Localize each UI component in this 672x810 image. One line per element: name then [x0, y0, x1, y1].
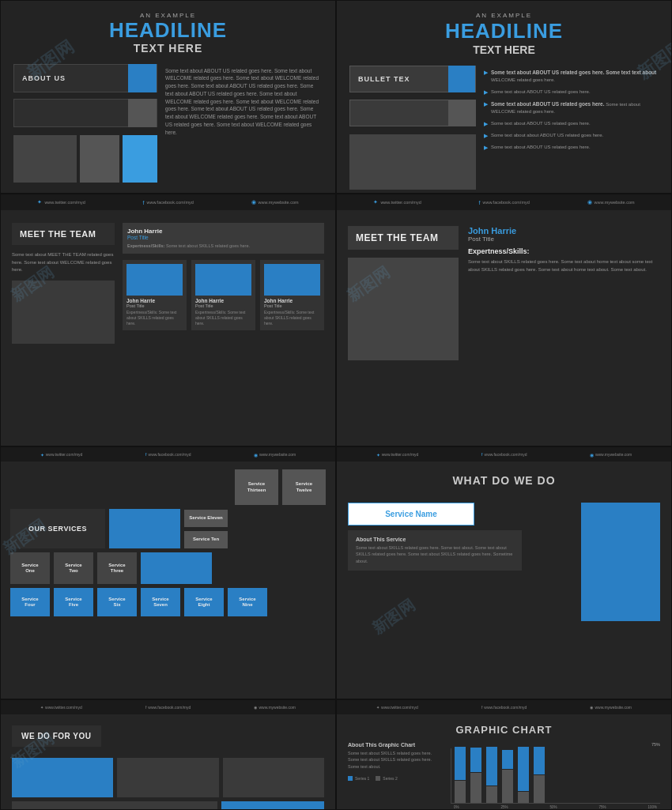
- slide2-an-example: AN EXAMPLE: [353, 12, 655, 19]
- slide5-topbar-twitter-text: www.twitter.com/myd: [46, 452, 83, 457]
- slide8-topbar: ✦ www.twitter.com/myd f www.facebook.com…: [337, 700, 671, 714]
- slide7-placeholder-row: [12, 758, 324, 797]
- slide7-topbar-twitter: ✦ www.twitter.com/myd: [40, 705, 82, 710]
- legend-dot-gray: [376, 776, 380, 781]
- services-col-right: Service Eleven Service Ten: [184, 510, 228, 548]
- legend-gray: Series 2: [376, 776, 397, 781]
- featured-role: Post Title: [127, 235, 319, 240]
- slide7-topbar-facebook-text: www.facebook.com/myd: [148, 705, 191, 710]
- bullet-text-4: Some text about ABOUT US related goes he…: [491, 120, 591, 127]
- about-service-text: Some text about SKILLS related goes here…: [356, 544, 514, 564]
- chart-area: About This Graphic Chart Some text about…: [337, 742, 671, 805]
- bullet-item-3: ▶ Some text about ABOUT US related goes …: [484, 100, 659, 115]
- slide6-blue-block: [581, 503, 660, 621]
- about-us-label: ABOUT US: [14, 74, 128, 82]
- chart-x-labels: 0% 25% 50% 75% 100%: [451, 805, 660, 809]
- slide2-left: BULLET TEX: [349, 66, 476, 190]
- bullet-text-3: Some text about ABOUT US related goes he…: [491, 100, 659, 115]
- service-one: ServiceOne: [10, 552, 50, 584]
- x-label-25: 25%: [500, 805, 508, 809]
- bar-blue-5: [518, 747, 529, 791]
- what-title: WHAT DO WE DO: [348, 474, 660, 487]
- slide6-facebook-icon: f: [481, 452, 483, 457]
- team-name-3: John Harrie: [264, 298, 320, 303]
- legend-dot-blue: [348, 776, 353, 781]
- bullet-arrow-5: ▶: [484, 133, 488, 139]
- team-photo-3: [264, 264, 320, 296]
- bullet-arrow-4: ▶: [484, 121, 488, 127]
- bullet-item-6: ▶ Some text about ABOUT US related goes …: [484, 144, 659, 151]
- slide4-facebook-icon: f: [479, 200, 481, 205]
- slide7-placeholder-row2: [12, 801, 324, 810]
- twitter-icon: ✦: [37, 199, 42, 205]
- about-us-button2: [13, 99, 157, 127]
- slide-meet-team-full: 新图网 ✦ www.twitter.com/myd f www.facebook…: [0, 194, 336, 446]
- slide3-right: John Harrie Post Title Expertness/Skills…: [123, 223, 324, 344]
- service-blue2: [141, 552, 212, 584]
- slide2-headline: HEADILINE: [353, 19, 655, 43]
- slide5-website-icon: ◉: [254, 452, 258, 458]
- featured-person-card: John Harrie Post Title Expertness/Skills…: [123, 223, 324, 254]
- slide-bullet-tex: 新图网 AN EXAMPLE HEADILINE TEXT HERE BULLE…: [336, 0, 672, 194]
- slide3-content: MEET THE TEAM Some text about MEET THE T…: [1, 210, 335, 350]
- slide6-website-icon: ◉: [590, 452, 594, 458]
- topbar-facebook: f www.facebook.com/myd: [143, 200, 194, 205]
- slide5-topbar-website: ◉ www.mywebsite.com: [254, 452, 296, 458]
- x-label-0: 0%: [454, 805, 459, 809]
- our-services-title: OUR SERVICES: [10, 509, 105, 548]
- slide2-header: AN EXAMPLE HEADILINE TEXT HERE: [337, 1, 671, 61]
- service-nine: ServiceNine: [228, 588, 267, 616]
- slide-graphic-chart: 新图网 ✦ www.twitter.com/myd f www.facebook…: [336, 699, 672, 810]
- slide6-left: Service Name About This Service Some tex…: [348, 503, 573, 571]
- slide4-person-name: John Harrie: [468, 226, 660, 235]
- bar-gray-4: [502, 770, 513, 803]
- about-service-title: About This Service: [356, 537, 514, 542]
- slide1-body-text: Some text about ABOUT US related goes he…: [165, 64, 323, 183]
- photo-placeholder3: [123, 135, 157, 183]
- slide2-bullets: ▶ Some text about ABOUT US related goes …: [484, 66, 659, 190]
- services-row3: ServiceOne ServiceTwo ServiceThree: [10, 552, 326, 584]
- bar-group-6: [534, 747, 545, 803]
- chart-title: GRAPHIC CHART: [337, 724, 671, 736]
- website-icon: ◉: [251, 199, 256, 205]
- bar-group-5: [518, 747, 529, 803]
- team-skills-2: Expertness/Skills: Some text about SKILL…: [195, 310, 251, 326]
- slide5-topbar: ✦ www.twitter.com/myd f www.facebook.com…: [1, 447, 335, 462]
- slide5-topbar-twitter: ✦ www.twitter.com/myd: [40, 452, 83, 458]
- bar-blue-1: [455, 747, 466, 780]
- topbar-twitter-text: www.twitter.com/myd: [44, 200, 85, 205]
- topbar-website-text: www.mywebsite.com: [259, 200, 299, 205]
- team-role-3: Post Title: [264, 303, 320, 308]
- slide5-facebook-icon: f: [145, 452, 147, 457]
- legend-text-gray: Series 2: [383, 776, 397, 781]
- service-name-box: Service Name: [348, 503, 474, 526]
- slide7-content: WE DO FOR YOU: [1, 714, 335, 810]
- slide6-topbar-website-text: www.mywebsite.com: [595, 452, 632, 457]
- bar-gray-3: [486, 786, 497, 803]
- bullet-label: BULLET TEX: [350, 75, 448, 83]
- legend-blue: Series 1: [348, 776, 369, 781]
- bullet-item-4: ▶ Some text about ABOUT US related goes …: [484, 120, 659, 127]
- slide6-topbar-facebook: f www.facebook.com/myd: [481, 452, 527, 457]
- team-skills-1: Expertness/Skills: Some text about SKILL…: [126, 310, 183, 326]
- bar-gray-2: [470, 773, 481, 803]
- gray-accent-block: [128, 99, 157, 127]
- chart-legend: Series 1 Series 2: [348, 776, 443, 781]
- slide7-topbar-website-text: www.mywebsite.com: [259, 705, 295, 710]
- x-label-100: 100%: [647, 805, 657, 809]
- team-role-2: Post Title: [195, 303, 251, 308]
- slide4-topbar: ✦ www.twitter.com/myd f www.facebook.com…: [337, 194, 671, 210]
- slide7-ph5: [221, 801, 324, 810]
- slide4-topbar-facebook-text: www.facebook.com/myd: [482, 200, 529, 205]
- slide7-ph1: [12, 758, 113, 797]
- slide7-topbar-facebook: f www.facebook.com/myd: [145, 705, 191, 710]
- meet-team-title: MEET THE TEAM: [12, 223, 115, 245]
- slide7-topbar-twitter-text: www.twitter.com/myd: [45, 705, 82, 710]
- slide8-twitter-icon: ✦: [376, 705, 379, 710]
- slide-grid: 新图网 AN EXAMPLE HEADILINE TEXT HERE ABOUT…: [0, 0, 672, 810]
- bar-group-2: [470, 748, 481, 803]
- bar-blue-3: [486, 747, 497, 786]
- bar-blue-6: [534, 747, 545, 774]
- slide7-twitter-icon: ✦: [40, 705, 43, 710]
- bullet-arrow-3: ▶: [484, 101, 488, 107]
